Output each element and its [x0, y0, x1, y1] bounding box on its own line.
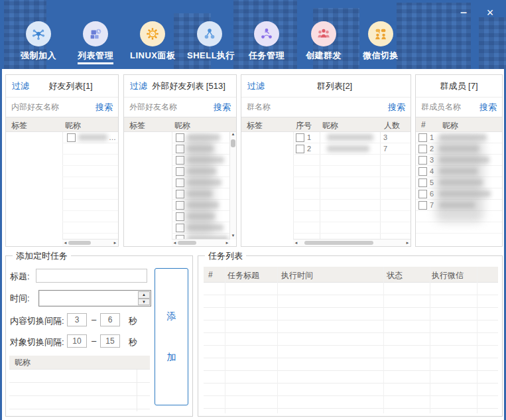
redacted-area — [436, 137, 483, 222]
empty-row — [204, 308, 498, 320]
column-header-status: 状态 — [387, 270, 403, 281]
empty-row — [204, 396, 498, 409]
scroll-right-icon[interactable]: ► — [112, 241, 118, 245]
city-silhouette — [479, 17, 506, 69]
column-header-exec-wechat: 执行微信 — [432, 270, 464, 281]
row-checkbox[interactable] — [176, 145, 184, 153]
close-button[interactable]: × — [481, 4, 499, 21]
empty-row — [204, 333, 498, 346]
external-filter-link[interactable]: 过滤 — [130, 80, 147, 92]
time-spinner-input[interactable]: ▲ ▼ — [38, 290, 151, 307]
row-checkbox[interactable] — [176, 201, 184, 210]
toolbar-item-linux-panel[interactable]: LINUX面板 — [130, 21, 175, 64]
scrollbar-thumb[interactable] — [231, 139, 235, 147]
row-checkbox[interactable] — [418, 145, 427, 153]
object-interval-max-input[interactable] — [100, 334, 120, 348]
toolbar-label: 列表管理 — [78, 50, 113, 64]
object-interval-min-input[interactable] — [67, 334, 87, 348]
group-row[interactable]: 2 7 — [293, 143, 411, 155]
external-friends-panel: 过滤 外部好友列表 [513] 外部好友名称 搜索 标签 昵称 — [123, 74, 237, 247]
spin-up-icon[interactable]: ▲ — [138, 291, 150, 299]
content-interval-max-input[interactable] — [100, 313, 120, 326]
spin-down-icon[interactable]: ▼ — [138, 299, 150, 306]
row-checkbox[interactable] — [176, 156, 184, 165]
friend-row[interactable]: … — [62, 132, 118, 143]
groupbox-legend: 添加定时任务 — [13, 250, 71, 262]
empty-row — [293, 211, 411, 222]
empty-row — [9, 370, 150, 383]
members-search-input[interactable]: 群成员名称 — [421, 102, 479, 113]
gear-icon — [140, 21, 165, 46]
range-dash: – — [92, 336, 96, 346]
toolbar-item-list-manage[interactable]: 列表管理 — [73, 21, 118, 64]
toolbar-label: 微信切换 — [363, 50, 399, 62]
content-interval-min-input[interactable] — [67, 313, 87, 326]
scroll-left-icon[interactable]: ◄ — [293, 241, 299, 245]
external-search-button[interactable]: 搜索 — [214, 102, 231, 113]
scrollbar-thumb[interactable] — [304, 241, 373, 245]
row-checkbox[interactable] — [418, 156, 427, 165]
cycle-people-icon — [254, 21, 279, 46]
empty-row — [62, 188, 118, 200]
scroll-left-icon[interactable]: ◄ — [62, 241, 68, 245]
column-divider — [477, 267, 477, 413]
hub-network-icon — [26, 21, 51, 46]
row-checkbox[interactable] — [176, 167, 184, 176]
toolbar-item-task-manage[interactable]: 任务管理 — [244, 21, 289, 64]
scroll-down-icon[interactable]: ▼ — [230, 234, 236, 240]
row-checkbox[interactable] — [418, 133, 427, 142]
column-header-nick: 昵称 — [322, 120, 338, 131]
friends-filter-link[interactable]: 过滤 — [12, 80, 29, 92]
external-search-input[interactable]: 外部好友名称 — [129, 102, 214, 113]
minimize-button[interactable]: − — [454, 4, 473, 21]
horizontal-scrollbar[interactable]: ◄ ► — [293, 239, 411, 246]
toolbar-item-create-broadcast[interactable]: 创建群发 — [301, 21, 346, 64]
scroll-up-icon[interactable]: ▲ — [230, 132, 236, 138]
task-title-input[interactable] — [36, 269, 147, 283]
row-checkbox[interactable] — [67, 133, 76, 142]
add-button-char: 添 — [167, 311, 176, 322]
task-table: # 任务标题 执行时间 状态 执行微信 — [204, 267, 498, 413]
row-ellipsis: … — [109, 133, 116, 141]
row-checkbox[interactable] — [418, 201, 427, 210]
row-checkbox[interactable] — [176, 178, 184, 187]
empty-row — [62, 211, 118, 222]
toolbar-item-shell-exec[interactable]: SHELL执行 — [187, 21, 232, 64]
groups-search-input[interactable]: 群名称 — [247, 102, 388, 113]
row-checkbox[interactable] — [176, 212, 184, 221]
row-checkbox[interactable] — [176, 190, 184, 198]
members-search-button[interactable]: 搜索 — [479, 102, 497, 113]
friends-search-button[interactable]: 搜索 — [95, 102, 113, 113]
scrollbar-thumb[interactable] — [68, 241, 91, 245]
empty-row — [204, 320, 498, 333]
row-checkbox[interactable] — [176, 224, 184, 232]
column-header-task-title: 任务标题 — [227, 270, 259, 281]
column-header-nick: 昵称 — [442, 120, 458, 131]
row-checkbox[interactable] — [418, 167, 427, 176]
scroll-right-icon[interactable]: ► — [405, 241, 411, 245]
scroll-left-icon[interactable]: ◄ — [172, 241, 178, 245]
scrollbar-thumb[interactable] — [178, 241, 196, 245]
row-checkbox[interactable] — [176, 133, 184, 142]
boxes-clock-icon — [83, 21, 108, 46]
empty-row — [204, 346, 498, 358]
horizontal-scrollbar[interactable]: ◄ ► — [62, 239, 118, 246]
add-task-button[interactable]: 添 加 — [155, 268, 188, 405]
vertical-scrollbar[interactable]: ▲ ▼ — [229, 132, 236, 240]
horizontal-scrollbar[interactable]: ◄ ► — [172, 239, 230, 246]
toolbar-item-wechat-switch[interactable]: 微信切换 — [358, 21, 403, 64]
toolbar-label: 创建群发 — [306, 50, 342, 62]
toolbar-item-force-add[interactable]: 强制加入 — [16, 21, 61, 64]
scroll-right-icon[interactable]: ► — [224, 241, 230, 245]
row-checkbox[interactable] — [418, 178, 427, 187]
row-checkbox[interactable] — [418, 190, 427, 198]
row-checkbox[interactable] — [296, 133, 304, 142]
redacted-area — [185, 136, 214, 236]
task-list-groupbox: 任务列表 # 任务标题 执行时间 状态 执行微信 — [198, 255, 503, 417]
friends-search-input[interactable]: 内部好友名称 — [11, 102, 95, 113]
group-member-count: 7 — [383, 145, 387, 153]
row-checkbox[interactable] — [296, 145, 304, 153]
group-row[interactable]: 1 3 — [293, 132, 411, 143]
groups-filter-link[interactable]: 过滤 — [247, 80, 265, 92]
groups-search-button[interactable]: 搜索 — [388, 102, 405, 113]
